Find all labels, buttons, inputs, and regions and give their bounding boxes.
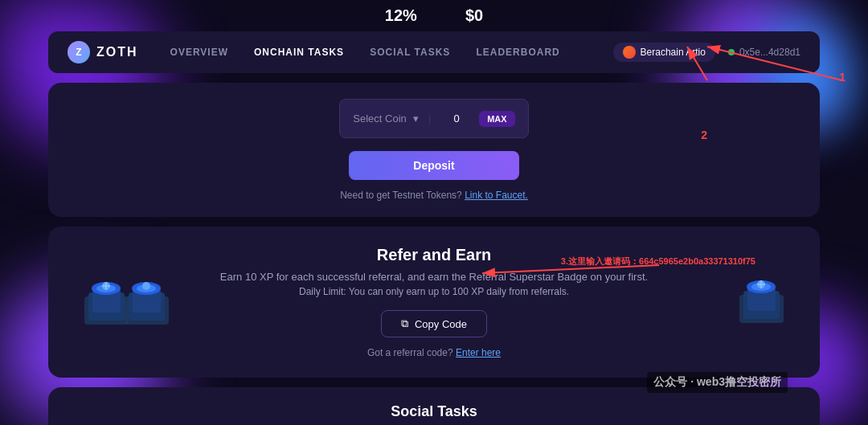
faucet-link[interactable]: Link to Faucet.	[465, 190, 528, 201]
refer-icons-left	[80, 276, 173, 329]
nav-leaderboard[interactable]: LEADERBOARD	[476, 47, 559, 58]
address-text: 0x5e...4d28d1	[739, 47, 800, 58]
refer-icons-right	[735, 275, 788, 330]
faucet-text: Need to get Testnet Tokens?	[340, 190, 462, 201]
referral-enter-row: Got a referral code? Enter here	[220, 347, 648, 358]
coin-select-label: Select Coin	[353, 112, 406, 125]
refer-description: Earn 10 XP for each successful referral,…	[220, 271, 648, 283]
refer-limit: Daily Limit: You can only earn up to 100…	[220, 286, 648, 297]
logo-text: ZOTH	[96, 45, 138, 59]
wallet-address: 0x5e...4d28d1	[728, 47, 800, 58]
crypto-icon-right-1	[735, 275, 788, 327]
copy-code-label: Copy Code	[415, 318, 467, 330]
connection-dot	[728, 49, 735, 55]
annotation-2: 2	[701, 129, 707, 141]
annotation-1: 1	[839, 71, 845, 84]
nav-social-tasks[interactable]: SOCIAL TASKS	[370, 47, 450, 58]
stats-bar: 12% $0	[48, 0, 820, 31]
main-content: 12% $0 Z ZOTH OVERVIEW ONCHAIN TASKS SOC…	[0, 0, 868, 425]
annotation-3: 3.这里输入邀请码：664c5965e2b0a33371310f75	[561, 255, 755, 268]
logo: Z ZOTH	[68, 41, 138, 63]
svg-point-17	[142, 282, 150, 290]
social-tasks-title: Social Tasks	[68, 403, 800, 420]
network-selector[interactable]: Berachain Artio	[613, 43, 715, 62]
navigation: Z ZOTH OVERVIEW ONCHAIN TASKS SOCIAL TAS…	[48, 31, 820, 73]
coin-amount	[440, 106, 473, 131]
nav-right: Berachain Artio 0x5e...4d28d1	[613, 43, 800, 62]
coin-separator: |	[428, 112, 431, 125]
logo-icon: Z	[68, 41, 90, 63]
nav-links: OVERVIEW ONCHAIN TASKS SOCIAL TASKS LEAD…	[170, 47, 613, 58]
nav-overview[interactable]: OVERVIEW	[170, 47, 228, 58]
chevron-down-icon: ▾	[413, 112, 419, 125]
crypto-icon-left-2	[121, 276, 173, 329]
copy-icon: ⧉	[401, 317, 408, 330]
max-button[interactable]: MAX	[479, 111, 514, 127]
faucet-info: Need to get Testnet Tokens? Link to Fauc…	[80, 190, 788, 201]
deposit-input-row: Select Coin ▾ | MAX	[80, 99, 788, 138]
deposit-card: Select Coin ▾ | MAX Deposit Need to get …	[48, 83, 820, 217]
deposit-button[interactable]: Deposit	[349, 151, 518, 180]
refer-earn-card: Refer and Earn Earn 10 XP for each succe…	[48, 227, 820, 378]
nav-onchain-tasks[interactable]: ONCHAIN TASKS	[254, 47, 344, 58]
amount-input[interactable]	[440, 106, 473, 131]
coin-selector[interactable]: Select Coin ▾ | MAX	[339, 99, 528, 138]
network-dot	[623, 46, 636, 59]
copy-code-button[interactable]: ⧉ Copy Code	[381, 310, 487, 337]
stat-amount: $0	[465, 6, 483, 25]
network-label: Berachain Artio	[641, 47, 706, 58]
referral-prompt: Got a referral code?	[367, 347, 453, 358]
social-tasks-card: Social Tasks QUESTS XP STATUS Visit Webs…	[48, 387, 820, 425]
stat-percentage: 12%	[385, 6, 417, 25]
enter-here-link[interactable]: Enter here	[456, 347, 501, 358]
